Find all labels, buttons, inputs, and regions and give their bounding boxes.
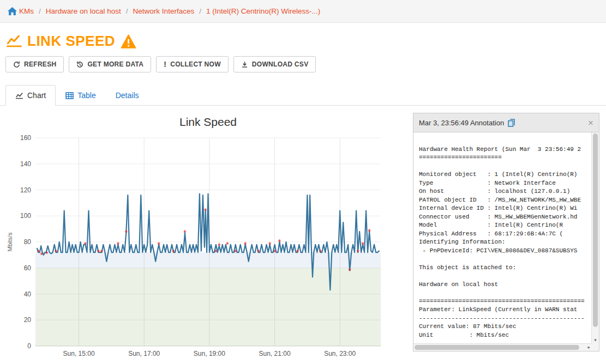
x-tick-label: Sun, 23:00 [324, 350, 356, 357]
exclamation-icon: ! [164, 60, 166, 68]
breadcrumb: KMs / Hardware on local host / Network I… [0, 0, 606, 23]
x-tick-label: Sun, 21:00 [259, 350, 291, 357]
scrollbar-corner [591, 343, 599, 351]
get-more-data-label: GET MORE DATA [87, 60, 143, 68]
warn-marker: * [218, 241, 221, 250]
warn-marker: * [319, 247, 322, 257]
y-tick-label: 60 [24, 264, 32, 272]
vertical-scroll-thumb[interactable] [593, 134, 598, 327]
warn-marker: * [278, 237, 281, 246]
horizontal-scroll-thumb[interactable] [415, 345, 579, 350]
collect-now-label: COLLECT NOW [170, 60, 221, 68]
breadcrumb-separator: / [199, 7, 201, 15]
get-more-data-button[interactable]: GET MORE DATA [69, 56, 151, 72]
x-tick-label: Sun, 17:00 [128, 350, 160, 357]
warning-icon[interactable] [121, 34, 136, 48]
warn-marker: * [268, 240, 272, 249]
warn-marker: * [296, 247, 299, 257]
warn-marker: * [348, 266, 351, 275]
warn-marker: * [273, 247, 277, 257]
scroll-down-icon[interactable]: ▾ [592, 337, 599, 343]
y-tick-label: 20 [24, 316, 32, 324]
y-tick-label: 40 [24, 290, 32, 298]
chart-tab-icon [15, 92, 23, 99]
warn-marker: * [356, 247, 359, 257]
warn-marker: * [226, 240, 229, 249]
breadcrumb-item-kms[interactable]: KMs [19, 7, 34, 15]
warn-marker: * [234, 247, 237, 257]
warn-marker: * [204, 206, 207, 215]
warn-marker: * [45, 249, 49, 258]
annotation-header: Mar 3, 23:56:49 Annotation × [413, 113, 599, 132]
y-tick-label: 100 [20, 212, 31, 220]
page-title-row: LINK SPEED [7, 33, 136, 50]
warn-marker: * [244, 240, 247, 249]
close-icon[interactable]: × [588, 118, 593, 128]
collect-now-button[interactable]: ! COLLECT NOW [156, 56, 229, 72]
breadcrumb-separator: / [126, 7, 128, 15]
annotation-text: Hardware Health Report (Sun Mar 3 23:56:… [413, 132, 599, 339]
refresh-label: REFRESH [24, 60, 56, 68]
warn-marker: * [124, 228, 128, 237]
warn-marker: * [100, 247, 104, 257]
table-tab-icon [65, 92, 74, 99]
y-axis-label: Mbits/s [7, 232, 13, 251]
tab-details[interactable]: Details [106, 85, 149, 106]
download-icon [241, 61, 248, 68]
warn-marker: * [172, 247, 175, 257]
page-title: LINK SPEED [27, 33, 115, 50]
annotation-body: Hardware Health Report (Sun Mar 3 23:56:… [413, 132, 599, 351]
breadcrumb-item-device[interactable]: 1 (Intel(R) Centrino(R) Wireless-...) [206, 7, 320, 15]
y-tick-label: 120 [20, 186, 31, 194]
tab-details-label: Details [116, 91, 139, 100]
warn-marker: * [368, 227, 371, 236]
refresh-button[interactable]: REFRESH [5, 56, 64, 72]
breadcrumb-item-network-interfaces[interactable]: Network Interfaces [133, 7, 195, 15]
link-speed-chart[interactable]: 020406080100120140160Sun, 15:00Sun, 17:0… [4, 112, 393, 361]
breadcrumb-separator: / [39, 7, 41, 15]
y-tick-label: 140 [20, 160, 31, 168]
warn-marker: * [116, 240, 119, 249]
line-chart-icon [7, 35, 22, 47]
y-tick-label: 80 [24, 238, 32, 246]
vertical-scrollbar[interactable]: ▾ [591, 132, 599, 343]
warn-marker: * [157, 240, 160, 249]
y-tick-label: 160 [20, 134, 31, 142]
toolbar: REFRESH GET MORE DATA ! COLLECT NOW DOWN… [5, 56, 316, 72]
annotation-panel: Mar 3, 23:56:49 Annotation × Hardware He… [413, 113, 599, 351]
copy-icon[interactable] [508, 119, 515, 127]
scroll-right-icon[interactable]: ▸ [587, 344, 590, 350]
chart-title: Link Speed [179, 116, 237, 128]
tab-chart[interactable]: Chart [5, 85, 56, 106]
download-csv-button[interactable]: DOWNLOAD CSV [233, 56, 316, 72]
breadcrumb-item-hardware[interactable]: Hardware on local host [46, 7, 121, 15]
horizontal-scrollbar[interactable]: ▸ [413, 343, 591, 351]
home-icon[interactable] [8, 7, 17, 15]
x-tick-label: Sun, 15:00 [63, 350, 95, 357]
ok-threshold-band [35, 268, 381, 346]
history-icon [76, 61, 83, 68]
refresh-icon [13, 61, 20, 68]
warn-marker: * [257, 247, 260, 257]
x-tick-label: Sun, 19:00 [194, 350, 225, 357]
warn-marker: * [40, 250, 43, 259]
chart-area: 020406080100120140160Sun, 15:00Sun, 17:0… [4, 112, 393, 361]
warn-marker: * [84, 240, 87, 249]
warn-marker: * [55, 247, 58, 257]
tab-bar: Chart Table Details [0, 84, 606, 106]
tab-table-label: Table [77, 91, 95, 100]
download-csv-label: DOWNLOAD CSV [252, 60, 309, 68]
warn-marker: * [361, 240, 364, 249]
tab-table[interactable]: Table [56, 85, 105, 106]
warn-marker: * [183, 228, 187, 237]
tab-chart-label: Chart [27, 91, 46, 100]
annotation-title: Mar 3, 23:56:49 Annotation [419, 119, 504, 127]
y-tick-label: 0 [27, 342, 31, 350]
